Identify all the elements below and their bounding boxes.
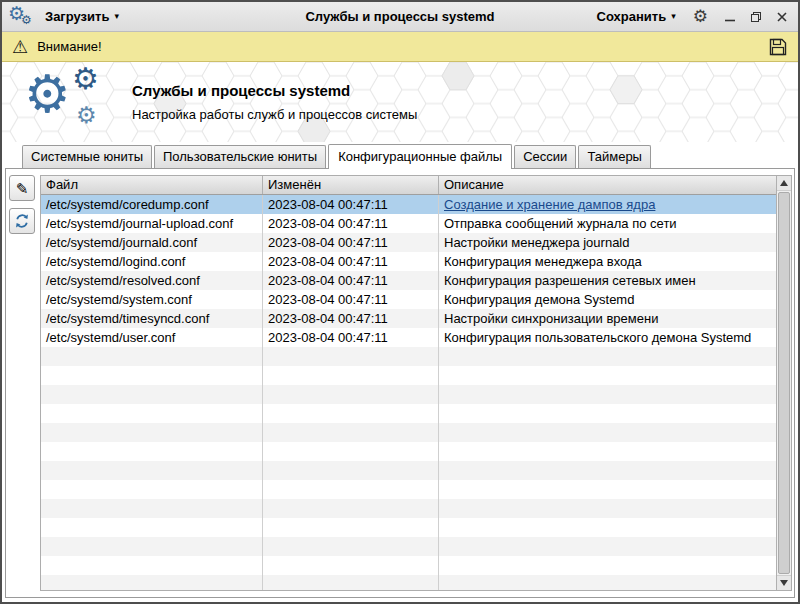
cell-modified: 2023-08-04 00:47:11 [263, 252, 439, 271]
table-row[interactable]: /etc/systemd/logind.conf 2023-08-04 00:4… [41, 252, 776, 271]
scroll-up-button[interactable] [777, 176, 791, 191]
banner-gears-icon: ⚙ ⚙ ⚙ [24, 68, 116, 136]
table-row[interactable]: /etc/systemd/system.conf 2023-08-04 00:4… [41, 290, 776, 309]
page-subtitle: Настройка работы служб и процессов систе… [132, 107, 417, 122]
warning-text: Внимание! [37, 39, 102, 54]
floppy-icon [768, 37, 788, 57]
table-header: Файл Изменён Описание [41, 176, 791, 195]
banner: ⚙ ⚙ ⚙ Службы и процессы systemd Настройк… [2, 62, 798, 142]
cell-modified: 2023-08-04 00:47:11 [263, 271, 439, 290]
grid-line [262, 195, 263, 590]
vertical-scrollbar[interactable] [776, 176, 791, 590]
cell-modified: 2023-08-04 00:47:11 [263, 233, 439, 252]
warning-icon: ⚠ [12, 38, 28, 56]
table-row[interactable]: /etc/systemd/timesyncd.conf 2023-08-04 0… [41, 309, 776, 328]
cell-description: Конфигурация пользовательского демона Sy… [439, 328, 776, 347]
table-row[interactable]: /etc/systemd/coredump.conf 2023-08-04 00… [41, 195, 776, 214]
tab-sessions[interactable]: Сессии [514, 145, 576, 168]
tab-timers[interactable]: Таймеры [578, 145, 651, 168]
close-button[interactable] [772, 7, 792, 27]
cell-file: /etc/systemd/resolved.conf [41, 271, 263, 290]
titlebar: ⚙ ⚙ Загрузить ▾ Службы и процессы system… [2, 2, 798, 32]
gear-icon-small: ⚙ [21, 14, 32, 26]
cell-modified: 2023-08-04 00:47:11 [263, 214, 439, 233]
save-menu-button[interactable]: Сохранить ▾ [590, 6, 683, 27]
maximize-button[interactable] [746, 7, 766, 27]
arrow-down-icon [780, 580, 788, 586]
table-row[interactable]: /etc/systemd/resolved.conf 2023-08-04 00… [41, 271, 776, 290]
warning-bar: ⚠ Внимание! [2, 32, 798, 62]
scrollbar-track[interactable] [777, 191, 791, 575]
cell-description: Конфигурация менеджера входа [439, 252, 776, 271]
tab-system-units[interactable]: Системные юниты [22, 145, 152, 168]
cell-file: /etc/systemd/coredump.conf [41, 195, 263, 214]
tab-config-files[interactable]: Конфигурационные файлы [328, 144, 512, 169]
edit-button[interactable]: ✎ [9, 175, 35, 201]
table-row[interactable]: /etc/systemd/user.conf 2023-08-04 00:47:… [41, 328, 776, 347]
column-header-file[interactable]: Файл [41, 176, 263, 194]
cell-description: Конфигурация разрешения сетевых имен [439, 271, 776, 290]
cell-description: Настройки менеджера journald [439, 233, 776, 252]
cell-file: /etc/systemd/system.conf [41, 290, 263, 309]
gear-icon-large: ⚙ [24, 68, 71, 120]
cell-modified: 2023-08-04 00:47:11 [263, 290, 439, 309]
close-icon [776, 11, 788, 23]
app-window: ⚙ ⚙ Загрузить ▾ Службы и процессы system… [0, 0, 800, 604]
table-row[interactable]: /etc/systemd/journal-upload.conf 2023-08… [41, 214, 776, 233]
side-toolbar: ✎ [9, 175, 35, 234]
cell-modified: 2023-08-04 00:47:11 [263, 328, 439, 347]
page-title: Службы и процессы systemd [132, 82, 417, 99]
titlebar-left: ⚙ ⚙ Загрузить ▾ [8, 5, 126, 29]
tabs-bar: Системные юниты Пользовательские юниты К… [2, 142, 798, 168]
maximize-icon [750, 11, 762, 23]
cell-file: /etc/systemd/logind.conf [41, 252, 263, 271]
refresh-icon [14, 213, 30, 229]
gear-icon-medium: ⚙ [72, 64, 99, 94]
empty-rows-area [41, 347, 776, 590]
cell-modified: 2023-08-04 00:47:11 [263, 195, 439, 214]
gear-icon-small: ⚙ [76, 104, 97, 127]
pencil-icon: ✎ [16, 181, 29, 196]
cell-description: Конфигурация демона Systemd [439, 290, 776, 309]
save-file-button[interactable] [768, 37, 788, 57]
scroll-down-button[interactable] [777, 575, 791, 590]
config-files-table: Файл Изменён Описание /etc/systemd/cored… [40, 175, 792, 591]
minimize-button[interactable] [720, 7, 740, 27]
grid-line [438, 195, 439, 590]
cell-file: /etc/systemd/user.conf [41, 328, 263, 347]
cell-file: /etc/systemd/journal-upload.conf [41, 214, 263, 233]
tab-user-units[interactable]: Пользовательские юниты [154, 145, 326, 168]
titlebar-right: Сохранить ▾ ⚙ [590, 6, 792, 27]
caret-down-icon: ▾ [671, 12, 676, 21]
scrollbar-thumb[interactable] [778, 192, 790, 574]
cell-description: Отправка сообщений журнала по сети [439, 214, 776, 233]
banner-text: Службы и процессы systemd Настройка рабо… [132, 82, 417, 122]
load-menu-button[interactable]: Загрузить ▾ [38, 6, 126, 27]
save-menu-label: Сохранить [597, 9, 667, 24]
settings-gear-icon[interactable]: ⚙ [687, 8, 714, 25]
cell-description: Настройки синхронизации времени [439, 309, 776, 328]
cell-modified: 2023-08-04 00:47:11 [263, 309, 439, 328]
column-header-modified[interactable]: Изменён [263, 176, 439, 194]
description-link[interactable]: Создание и хранение дампов ядра [439, 195, 776, 214]
content-panel: ✎ Файл Изменён Описание [5, 168, 795, 598]
column-header-description[interactable]: Описание [439, 176, 776, 194]
table-row[interactable]: /etc/systemd/journald.conf 2023-08-04 00… [41, 233, 776, 252]
app-gears-icon: ⚙ ⚙ [8, 5, 34, 29]
load-menu-label: Загрузить [45, 9, 109, 24]
cell-file: /etc/systemd/journald.conf [41, 233, 263, 252]
table-body: /etc/systemd/coredump.conf 2023-08-04 00… [41, 195, 776, 590]
minimize-icon [724, 11, 736, 23]
refresh-button[interactable] [9, 208, 35, 234]
cell-file: /etc/systemd/timesyncd.conf [41, 309, 263, 328]
arrow-up-icon [780, 180, 788, 186]
caret-down-icon: ▾ [114, 12, 119, 21]
